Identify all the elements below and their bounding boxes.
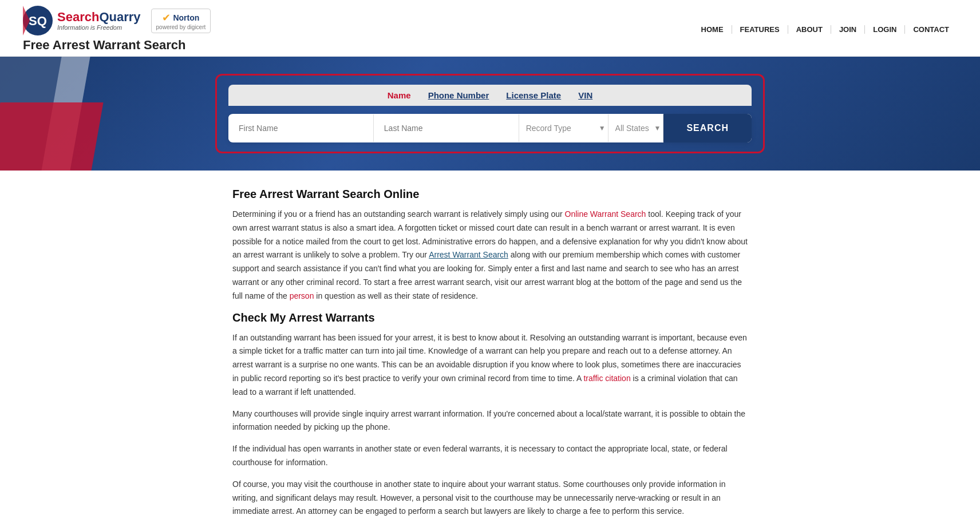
traffic-citation-link[interactable]: traffic citation	[583, 374, 630, 383]
record-type-select-wrap: Record Type Arrest Records Criminal Reco…	[519, 114, 608, 142]
search-button[interactable]: SEARCH	[663, 114, 752, 142]
section2-paragraph1: If an outstanding warrant has been issue…	[232, 331, 748, 399]
section2-title: Check My Arrest Warrants	[232, 311, 748, 324]
logo-searchquarry: SQ SearchQuarry Information is Freedom	[23, 6, 141, 35]
tab-vin[interactable]: VIN	[578, 90, 592, 100]
all-states-select[interactable]: All States Alabama Alaska Arizona Califo…	[611, 114, 654, 142]
search-form-row: Record Type Arrest Records Criminal Reco…	[228, 114, 752, 142]
section2-paragraph2: Many courthouses will provide single inq…	[232, 407, 748, 435]
person-link[interactable]: person	[290, 291, 314, 300]
search-box-container: Name Phone Number License Plate VIN Reco…	[215, 74, 765, 153]
section1-title: Free Arrest Warrant Search Online	[232, 188, 748, 201]
nav-join[interactable]: JOIN	[831, 25, 865, 34]
page-title: Free Arrest Warrant Search	[23, 38, 186, 53]
nav-home[interactable]: HOME	[693, 25, 732, 34]
record-type-arrow-icon: ▼	[599, 124, 606, 132]
norton-badge: ✔ Norton powered by digicert	[151, 9, 211, 33]
flag-decoration	[0, 57, 114, 171]
first-name-input[interactable]	[228, 114, 374, 142]
tab-phone-number[interactable]: Phone Number	[428, 90, 489, 100]
all-states-arrow-icon: ▼	[654, 124, 661, 132]
svg-text:SQ: SQ	[29, 14, 47, 28]
section1-text4: in question as well as their state of re…	[316, 291, 478, 300]
online-warrant-search-link[interactable]: Online Warrant Search	[565, 209, 646, 219]
logo-row: SQ SearchQuarry Information is Freedom ✔…	[23, 6, 211, 35]
section2-paragraph4: Of course, you may visit the courthouse …	[232, 478, 748, 518]
nav-login[interactable]: LOGIN	[865, 25, 905, 34]
record-type-select[interactable]: Record Type Arrest Records Criminal Reco…	[521, 114, 599, 142]
norton-check: ✔ Norton	[162, 11, 199, 24]
arrest-warrant-search-link[interactable]: Arrest Warrant Search	[429, 250, 508, 259]
header-left: SQ SearchQuarry Information is Freedom ✔…	[23, 6, 211, 53]
last-name-input[interactable]	[374, 114, 519, 142]
all-states-select-wrap: All States Alabama Alaska Arizona Califo…	[608, 114, 664, 142]
section1-paragraph1: Determining if you or a friend has an ou…	[232, 208, 748, 303]
nav-contact[interactable]: CONTACT	[905, 25, 957, 34]
hero-banner: Name Phone Number License Plate VIN Reco…	[0, 57, 980, 171]
nav-features[interactable]: FEATURES	[732, 25, 788, 34]
logo-icon: SQ	[23, 6, 53, 35]
main-nav: HOME FEATURES ABOUT JOIN LOGIN CONTACT	[693, 25, 957, 34]
nav-about[interactable]: ABOUT	[788, 25, 831, 34]
section1-text1: Determining if you or a friend has an ou…	[232, 209, 565, 219]
section2-paragraph3: If the individual has open warrants in a…	[232, 442, 748, 470]
logo-brand-text: SearchQuarry Information is Freedom	[57, 10, 141, 31]
search-tabs: Name Phone Number License Plate VIN	[228, 85, 752, 106]
site-header: SQ SearchQuarry Information is Freedom ✔…	[0, 0, 980, 57]
norton-checkmark-icon: ✔	[162, 11, 171, 24]
tab-license-plate[interactable]: License Plate	[506, 90, 561, 100]
flag-red	[0, 102, 104, 171]
main-content: Free Arrest Warrant Search Online Determ…	[210, 171, 770, 523]
tab-name[interactable]: Name	[388, 90, 411, 100]
